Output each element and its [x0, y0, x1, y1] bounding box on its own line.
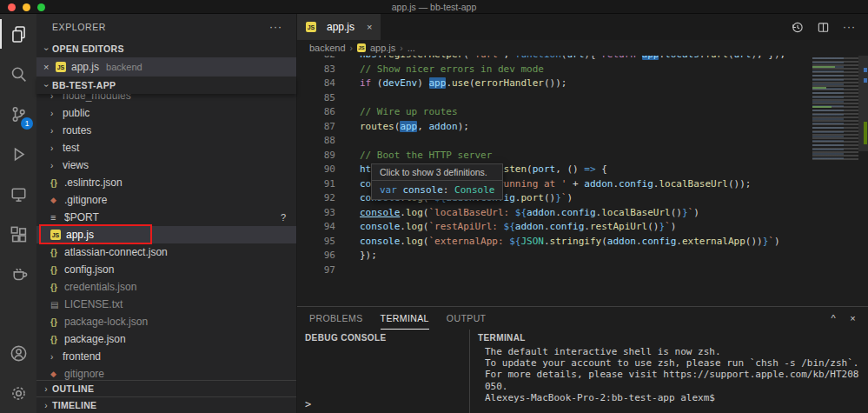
account-activity-button[interactable] [0, 333, 36, 373]
breadcrumb-file[interactable]: app.js [370, 43, 395, 53]
remote-explorer-activity-button[interactable] [0, 174, 36, 214]
coffee-activity-button[interactable] [0, 254, 36, 294]
minimize-window-button[interactable] [23, 3, 30, 11]
tree-item-package-json[interactable]: {}package.json [36, 330, 296, 348]
tree-item-test[interactable]: ›test [36, 139, 296, 157]
open-editors-header[interactable]: › OPEN EDITORS [36, 40, 296, 57]
settings-icon [10, 384, 28, 403]
js-file-icon: JS [56, 62, 66, 72]
code-text: hbs.registerHelper('furl', function(url)… [360, 56, 785, 63]
remote-explorer-icon [10, 185, 28, 203]
panel-tab-output[interactable]: OUTPUT [447, 307, 487, 330]
code-line[interactable]: 97 [297, 263, 868, 278]
terminal-output[interactable]: The default interactive shell is now zsh… [470, 345, 868, 403]
workspace-header[interactable]: › BB-TEST-APP [36, 77, 296, 94]
tree-item-public[interactable]: ›public [36, 104, 296, 122]
close-tab-icon[interactable]: × [367, 22, 372, 32]
tree-item-gitignore[interactable]: ◆gitignore [36, 365, 296, 380]
code-editor[interactable]: 82hbs.registerHelper('furl', function(ur… [297, 56, 868, 306]
panel-tab-terminal[interactable]: TERMINAL [381, 307, 429, 330]
timeline-section-header[interactable]: › TIMELINE [36, 396, 296, 413]
tree-item-views[interactable]: ›views [36, 157, 296, 174]
close-panel-icon[interactable]: × [850, 313, 856, 323]
tree-item-label: views [63, 159, 89, 171]
tree-item-label: $PORT [64, 211, 99, 223]
js-file-icon: JS [306, 22, 316, 32]
open-editor-item-appjs[interactable]: × JS app.js backend [36, 57, 296, 77]
tree-item-package-lock-json[interactable]: {}package-lock.json [36, 313, 296, 330]
json-file-icon: {} [50, 317, 64, 327]
terminal-header[interactable]: TERMINAL [470, 330, 868, 345]
minimap[interactable] [812, 57, 858, 275]
tab-appjs[interactable]: JS app.js × [297, 14, 381, 40]
tree-item-node-modules[interactable]: ›node_modules [36, 94, 296, 104]
terminal-pane[interactable]: TERMINAL The default interactive shell i… [470, 330, 868, 413]
code-text: console.log(`restApiUrl: ${addon.config.… [360, 220, 676, 235]
code-text: // Show nicer errors in dev mode [360, 63, 544, 77]
maximize-panel-icon[interactable]: ^ [832, 313, 837, 323]
breadcrumb-symbol[interactable]: ... [407, 43, 415, 53]
line-number: 90 [297, 163, 335, 177]
explorer-activity-button[interactable] [0, 14, 36, 54]
tree-item--port[interactable]: ≡$PORT? [36, 209, 296, 226]
tree-item-frontend[interactable]: ›frontend [36, 348, 296, 365]
search-activity-button[interactable] [0, 54, 36, 94]
extensions-icon [10, 225, 28, 243]
tree-item-label: test [63, 142, 79, 154]
code-line[interactable]: 89// Boot the HTTP server [297, 149, 868, 163]
code-line[interactable]: 83// Show nicer errors in dev mode [297, 63, 868, 77]
tree-item--gitignore[interactable]: ◆.gitignore [36, 191, 296, 209]
line-number: 94 [297, 220, 335, 235]
debug-console-prompt[interactable]: > [305, 398, 311, 410]
tooltip-hint: Click to show 3 definitions. [372, 164, 502, 181]
outline-section-header[interactable]: › OUTLINE [36, 380, 296, 396]
tree-item-atlassian-connect-json[interactable]: {}atlassian-connect.json [36, 243, 296, 261]
git-status-badge: ? [281, 212, 286, 223]
js-file-icon: JS [50, 230, 61, 240]
zoom-window-button[interactable] [37, 3, 45, 11]
account-icon [10, 344, 28, 363]
explorer-more-actions-icon[interactable]: ··· [269, 21, 282, 33]
sidebar-title-row: EXPLORER ··· [36, 14, 296, 40]
settings-activity-button[interactable] [0, 373, 36, 413]
definition-hover-tooltip[interactable]: Click to show 3 definitions. var console… [371, 163, 503, 200]
tooltip-code: var console: Console [372, 181, 502, 199]
code-line[interactable]: 93console.log(`localBaseUrl: ${addon.con… [297, 206, 868, 221]
code-line[interactable]: 82hbs.registerHelper('furl', function(ur… [297, 56, 868, 63]
run-debug-activity-button[interactable] [0, 134, 36, 174]
close-editor-icon[interactable]: × [43, 62, 56, 72]
code-line[interactable]: 86// Wire up routes [297, 105, 868, 120]
chevron-right-icon: › [50, 94, 63, 101]
close-window-button[interactable] [8, 3, 16, 11]
tree-item-app-js[interactable]: JSapp.js [36, 226, 296, 243]
overview-ruler-scrollbar[interactable] [858, 56, 868, 306]
tree-item-label: LICENSE.txt [64, 298, 123, 310]
code-line[interactable]: 85 [297, 91, 868, 106]
more-actions-icon[interactable]: ··· [843, 21, 856, 33]
tree-item-config-json[interactable]: {}config.json [36, 261, 296, 278]
code-line[interactable]: 95console.log(`externalApp: ${JSON.strin… [297, 235, 868, 250]
debug-console-header[interactable]: DEBUG CONSOLE [297, 330, 469, 345]
debug-console-pane[interactable]: DEBUG CONSOLE > [297, 330, 470, 413]
scm-changes-badge: 1 [21, 117, 33, 130]
code-line[interactable]: 94console.log(`restApiUrl: ${addon.confi… [297, 220, 868, 235]
tree-item-routes[interactable]: ›routes [36, 122, 296, 139]
tree-item--eslintrc-json[interactable]: {}.eslintrc.json [36, 174, 296, 191]
panel-tab-problems[interactable]: PROBLEMS [309, 307, 363, 330]
extensions-activity-button[interactable] [0, 214, 36, 254]
line-number: 83 [297, 63, 335, 77]
code-line[interactable]: 87routes(app, addon); [297, 120, 868, 135]
tree-item-label: .gitignore [64, 194, 107, 206]
split-editor-icon[interactable] [817, 21, 830, 34]
chevron-down-icon: › [42, 43, 51, 55]
code-line[interactable]: 84if (devEnv) app.use(errorHandler()); [297, 77, 868, 91]
breadcrumb-folder[interactable]: backend [309, 43, 346, 53]
code-line[interactable]: 96}); [297, 249, 868, 263]
line-number: 85 [297, 91, 335, 106]
code-line[interactable]: 88 [297, 134, 868, 149]
tree-item-license-txt[interactable]: ▤LICENSE.txt [36, 296, 296, 313]
timeline-history-icon[interactable] [791, 21, 804, 34]
tree-item-credentials-json[interactable]: {}credentials.json [36, 278, 296, 296]
list-file-icon: ≡ [50, 212, 64, 223]
source-control-activity-button[interactable]: 1 [0, 94, 36, 134]
